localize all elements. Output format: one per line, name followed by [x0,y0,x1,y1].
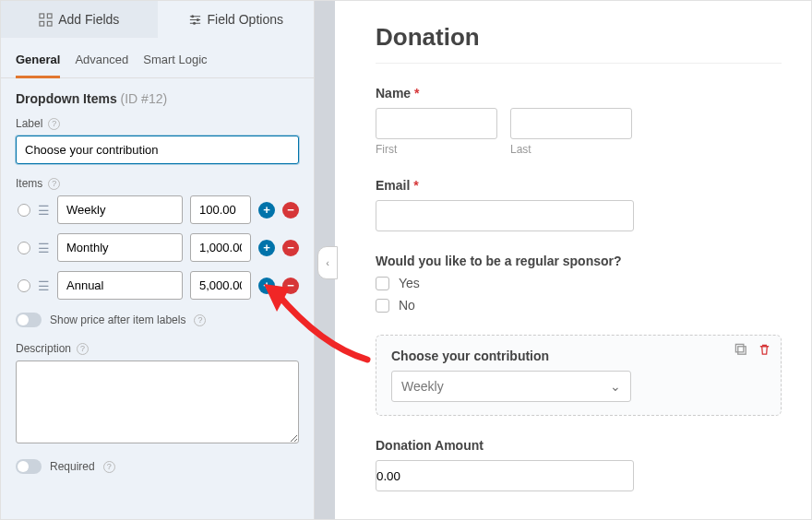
item-price-input[interactable] [190,271,251,300]
contribution-label: Choose your contribution [391,349,766,363]
tab-add-fields[interactable]: Add Fields [1,1,158,38]
tab-advanced[interactable]: Advanced [75,47,128,77]
panel-heading-text: Dropdown Items [16,91,117,106]
required-label: Required [50,460,95,473]
svg-point-5 [196,18,198,21]
email-input[interactable] [376,200,634,231]
chevron-left-icon: ‹ [326,257,329,268]
email-label: Email [376,178,410,193]
show-price-toggle[interactable] [16,313,42,327]
sponsor-label: Would you like to be a regular sponsor? [376,254,782,268]
drag-handle-icon[interactable]: ☰ [38,278,50,293]
panel-heading: Dropdown Items (ID #12) [16,91,299,106]
remove-item-icon[interactable]: − [282,240,299,256]
preview-donation-field: Donation Amount [376,438,782,491]
svg-rect-7 [738,347,746,354]
selected-field-wrapper[interactable]: Choose your contribution Weekly ⌄ [376,335,782,416]
option-tabs: General Advanced Smart Logic [1,38,314,78]
sliders-icon [188,13,202,27]
sidebar: Add Fields Field Options General Advance… [1,1,315,519]
item-row: ☰ + − [16,271,299,300]
help-icon[interactable]: ? [194,314,206,326]
tab-smart-logic[interactable]: Smart Logic [143,47,207,77]
preview-sponsor-field: Would you like to be a regular sponsor? … [376,254,782,313]
remove-item-icon[interactable]: − [282,278,299,294]
default-radio[interactable] [18,204,30,217]
first-name-input[interactable] [376,108,497,139]
svg-point-6 [193,21,196,24]
collapse-handle[interactable]: ‹ [317,246,338,279]
help-icon[interactable]: ? [48,118,60,130]
checkbox-no[interactable] [376,299,389,313]
svg-rect-3 [48,21,53,26]
sidebar-top-tabs: Add Fields Field Options [1,1,314,38]
required-toggle[interactable] [16,459,42,474]
svg-point-4 [191,15,194,18]
items-label: Items [16,177,42,190]
required-asterisk: * [414,86,419,100]
tab-field-options-label: Field Options [208,12,283,27]
options-panel: Dropdown Items (ID #12) Label ? Items ? … [1,78,314,502]
svg-rect-8 [735,344,743,351]
form-title: Donation [376,23,782,52]
item-price-input[interactable] [190,233,251,262]
help-icon[interactable]: ? [103,461,115,473]
remove-item-icon[interactable]: − [282,202,299,219]
field-description: Description ? [16,342,299,446]
contribution-dropdown[interactable]: Weekly ⌄ [391,371,631,402]
description-textarea[interactable] [16,360,299,443]
show-price-label: Show price after item labels [50,313,185,326]
help-icon[interactable]: ? [48,178,60,190]
add-item-icon[interactable]: + [258,278,275,294]
trash-icon[interactable] [758,343,771,360]
dropdown-selected: Weekly [401,379,444,394]
name-label: Name [376,86,411,100]
tab-add-fields-label: Add Fields [58,12,119,27]
add-item-icon[interactable]: + [258,202,275,219]
required-asterisk: * [413,178,418,193]
field-items: Items ? ☰ + − ☰ + − [16,177,299,300]
gutter: ‹ [315,1,335,519]
add-item-icon[interactable]: + [258,240,275,256]
tab-field-options[interactable]: Field Options [158,1,315,38]
donation-label: Donation Amount [376,438,782,453]
description-label: Description [16,342,71,355]
default-radio[interactable] [18,242,30,254]
donation-input[interactable] [376,460,634,491]
svg-rect-0 [40,13,44,18]
first-name-sublabel: First [376,143,497,156]
item-name-input[interactable] [57,233,183,262]
required-row: Required ? [16,459,299,474]
drag-handle-icon[interactable]: ☰ [38,241,50,255]
panel-heading-id: (ID #12) [121,91,168,106]
item-row: ☰ + − [16,233,299,262]
help-icon[interactable]: ? [77,343,89,355]
preview-email-field: Email * [376,178,782,231]
item-name-input[interactable] [57,195,183,224]
svg-rect-1 [48,13,53,18]
item-price-input[interactable] [190,195,251,224]
preview-name-field: Name * First Last [376,86,782,156]
duplicate-icon[interactable] [734,343,748,360]
item-row: ☰ + − [16,195,299,224]
checkbox-yes[interactable] [376,277,389,290]
grid-icon [39,13,53,27]
default-radio[interactable] [18,279,30,292]
checkbox-no-label: No [399,298,415,313]
tab-general[interactable]: General [16,47,60,78]
divider [376,63,782,64]
form-preview: Donation Name * First Last Email * Would… [335,1,811,519]
label-label: Label [16,117,42,130]
chevron-down-icon: ⌄ [610,379,621,394]
label-input[interactable] [16,136,299,164]
item-name-input[interactable] [57,271,183,300]
drag-handle-icon[interactable]: ☰ [38,203,50,218]
show-price-row: Show price after item labels ? [16,313,299,327]
checkbox-yes-label: Yes [399,276,420,290]
last-name-sublabel: Last [510,143,632,156]
svg-rect-2 [40,21,44,26]
last-name-input[interactable] [510,108,632,139]
field-label: Label ? [16,117,299,164]
